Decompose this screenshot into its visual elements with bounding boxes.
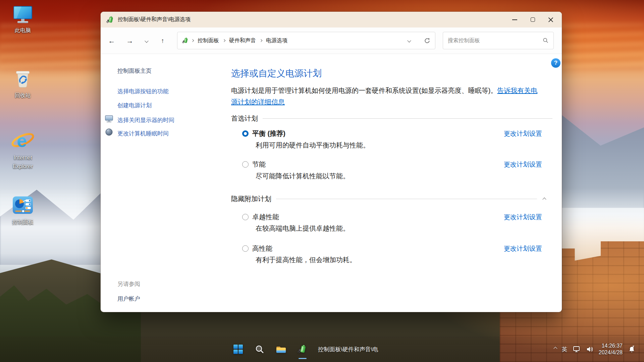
radio-power-saver[interactable] (242, 161, 249, 168)
file-explorer-icon (276, 345, 286, 354)
window-titlebar[interactable]: 控制面板\硬件和声音\电源选项 (101, 12, 562, 27)
close-icon (548, 17, 553, 22)
display-off-time-icon (105, 114, 113, 123)
windows-logo-icon (233, 344, 243, 354)
change-plan-settings-ultimate[interactable]: 更改计划设置 (504, 213, 542, 222)
section-label: 隐藏附加计划 (231, 194, 271, 203)
refresh-icon[interactable] (424, 38, 430, 44)
sidebar-change-sleep-time[interactable]: 更改计算机睡眠时间 (117, 130, 169, 137)
network-icon (573, 345, 581, 353)
change-plan-settings-power-saver[interactable]: 更改计划设置 (504, 160, 542, 169)
desktop-icon-label: 回收站 (3, 91, 43, 100)
maximize-icon (531, 17, 535, 22)
address-bar[interactable]: 控制面板 硬件和声音 电源选项 (177, 32, 435, 49)
notification-bell-button[interactable] (628, 345, 636, 354)
search-icon[interactable] (543, 38, 549, 44)
search-icon (255, 345, 264, 354)
radio-balanced[interactable] (242, 130, 249, 137)
collapse-section-button[interactable] (542, 195, 547, 203)
intro-paragraph: 电源计划是用于管理计算机如何使用电源的一套硬件和系统设置(如显示器亮度、睡眠等)… (231, 85, 543, 108)
plan-desc-high-performance: 有利于提高性能，但会增加功耗。 (256, 255, 356, 264)
minimize-icon (512, 19, 517, 20)
file-explorer-button[interactable] (274, 342, 288, 357)
desktop-icon-label: 控制面板 (3, 218, 43, 227)
sleep-time-icon (105, 128, 113, 136)
change-plan-settings-high-performance[interactable]: 更改计划设置 (504, 244, 542, 253)
plan-desc-power-saver: 尽可能降低计算机性能以节能。 (256, 172, 350, 181)
start-button[interactable] (231, 342, 246, 357)
breadcrumb-control-panel[interactable]: 控制面板 (196, 37, 220, 44)
help-button[interactable]: ? (551, 58, 560, 68)
search-input[interactable] (448, 38, 543, 44)
plan-name-power-saver[interactable]: 节能 (252, 160, 266, 169)
power-options-taskbar-button[interactable] (295, 342, 310, 357)
tray-date: 2024/4/28 (599, 349, 623, 356)
breadcrumb-separator-icon (260, 39, 262, 42)
desktop-icon-label: 此电脑 (3, 26, 43, 35)
recycle-bin-icon (12, 66, 34, 89)
breadcrumb-separator-icon (191, 39, 194, 42)
chevron-up-icon (542, 197, 546, 201)
network-tray-button[interactable] (573, 345, 581, 353)
battery-taskbar-icon (298, 344, 308, 354)
plan-name-ultimate-performance[interactable]: 卓越性能 (252, 213, 279, 222)
power-options-battery-icon (106, 16, 114, 24)
radio-ultimate-performance[interactable] (242, 214, 249, 220)
search-box[interactable] (443, 32, 554, 49)
back-button[interactable]: ← (105, 27, 118, 54)
plan-desc-ultimate-performance: 在较高端电脑上提供卓越性能。 (256, 224, 350, 233)
recent-pages-dropdown[interactable] (140, 27, 153, 54)
notification-bell-sleep-icon (628, 345, 636, 354)
preferred-plans-section-header: 首选计划 (231, 114, 552, 123)
svg-text:e: e (17, 130, 27, 150)
address-dropdown-icon[interactable] (407, 39, 411, 42)
breadcrumb-separator-icon (223, 39, 225, 42)
desktop-icon-control-panel[interactable]: 控制面板 (3, 195, 43, 227)
section-divider (263, 118, 552, 119)
sidebar-choose-power-buttons[interactable]: 选择电源按钮的功能 (117, 87, 169, 95)
sidebar-control-panel-home[interactable]: 控制面板主页 (117, 67, 152, 75)
volume-icon (586, 345, 594, 353)
see-also-heading: 另请参阅 (117, 280, 140, 288)
internet-explorer-icon: e (10, 129, 36, 152)
sidebar-create-power-plan[interactable]: 创建电源计划 (117, 102, 152, 109)
chevron-down-icon (145, 39, 148, 43)
tray-show-hidden-icons[interactable] (554, 347, 557, 351)
close-button[interactable] (542, 12, 560, 27)
taskbar: 控制面板\硬件和声音\电 英 14:26:37 2024/4/28 (0, 337, 644, 362)
sidebar-choose-display-off-time[interactable]: 选择关闭显示器的时间 (117, 116, 174, 124)
intro-text: 电源计划是用于管理计算机如何使用电源的一套硬件和系统设置(如显示器亮度、睡眠等)… (231, 87, 497, 94)
desktop-icon-this-pc[interactable]: 此电脑 (3, 5, 43, 35)
radio-high-performance[interactable] (242, 245, 249, 252)
volume-tray-button[interactable] (586, 345, 594, 353)
control-panel-icon (12, 195, 34, 216)
address-battery-icon (182, 37, 189, 44)
window-title: 控制面板\硬件和声音\电源选项 (118, 16, 191, 23)
plan-desc-balanced: 利用可用的硬件自动平衡功耗与性能。 (256, 141, 370, 150)
active-app-indicator (299, 358, 307, 359)
maximize-button[interactable] (524, 12, 542, 27)
desktop-icon-label: Internet Explorer (3, 154, 43, 171)
active-window-label[interactable]: 控制面板\硬件和声音\电 (318, 346, 378, 353)
section-label: 首选计划 (231, 114, 258, 123)
page-title: 选择或自定义电源计划 (231, 67, 322, 79)
ime-indicator[interactable]: 英 (562, 346, 568, 353)
breadcrumb-power-options[interactable]: 电源选项 (265, 37, 289, 44)
clock[interactable]: 14:26:37 2024/4/28 (599, 343, 623, 356)
control-panel-window: 控制面板\硬件和声音\电源选项 ← → ↑ 控制面板 (101, 12, 562, 312)
chevron-up-icon (553, 347, 557, 350)
desktop-icon-recycle-bin[interactable]: 回收站 (3, 66, 43, 100)
tray-time: 14:26:37 (599, 343, 623, 349)
plan-name-balanced[interactable]: 平衡 (推荐) (252, 129, 285, 138)
change-plan-settings-balanced[interactable]: 更改计划设置 (504, 129, 542, 138)
minimize-button[interactable] (505, 12, 524, 27)
up-button[interactable]: ↑ (156, 27, 169, 54)
search-taskbar-button[interactable] (252, 342, 267, 357)
hidden-plans-section-header: 隐藏附加计划 (231, 194, 547, 203)
this-pc-monitor-icon (12, 5, 34, 24)
sidebar-user-accounts[interactable]: 用户帐户 (117, 295, 140, 303)
forward-button[interactable]: → (123, 27, 137, 54)
plan-name-high-performance[interactable]: 高性能 (252, 244, 272, 253)
desktop-icon-internet-explorer[interactable]: e Internet Explorer (3, 129, 43, 171)
breadcrumb-hardware-and-sound[interactable]: 硬件和声音 (228, 37, 257, 44)
